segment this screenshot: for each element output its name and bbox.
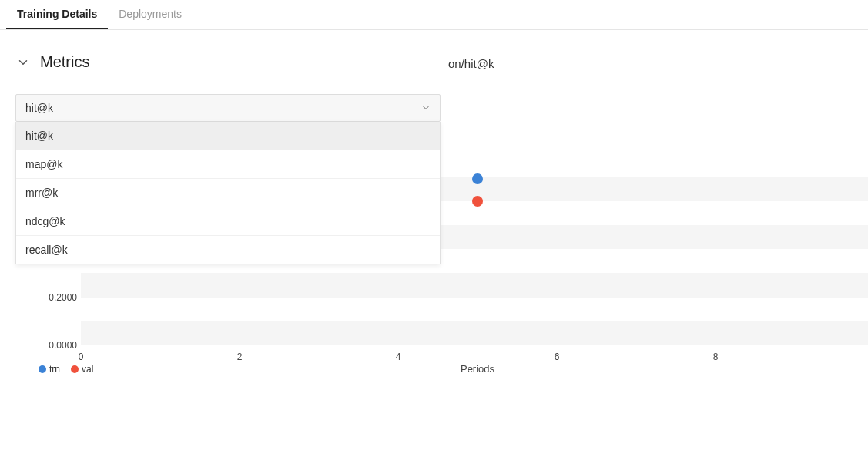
y-tick: 0.2000 xyxy=(42,292,77,303)
x-tick: 8 xyxy=(713,352,719,362)
legend-swatch xyxy=(39,365,46,373)
legend-label: trn xyxy=(49,364,60,375)
data-point[interactable] xyxy=(472,196,483,207)
metric-select-value: hit@k xyxy=(25,102,53,114)
x-tick: 4 xyxy=(396,352,401,362)
metrics-section: Metrics hit@k hit@k map@k mrr@k ndcg@k r… xyxy=(0,30,868,376)
metric-option[interactable]: map@k xyxy=(16,150,440,179)
metric-option[interactable]: mrr@k xyxy=(16,179,440,207)
chart-legend: trn val xyxy=(39,364,93,375)
metric-option[interactable]: recall@k xyxy=(16,236,440,264)
legend-swatch xyxy=(71,365,79,373)
metric-select[interactable]: hit@k xyxy=(15,94,441,122)
chevron-down-icon xyxy=(15,55,31,70)
x-tick: 0 xyxy=(79,352,84,362)
legend-item-val: val xyxy=(71,364,93,375)
metric-option[interactable]: hit@k xyxy=(16,122,440,150)
legend-item-trn: trn xyxy=(39,364,60,375)
data-point[interactable] xyxy=(472,173,483,184)
x-tick: 2 xyxy=(237,352,243,362)
metric-option[interactable]: ndcg@k xyxy=(16,207,440,236)
legend-label: val xyxy=(82,364,93,375)
x-tick: 6 xyxy=(555,352,560,362)
tabs-bar: Training Details Deployments xyxy=(0,0,868,30)
tab-deployments[interactable]: Deployments xyxy=(108,0,193,29)
section-header[interactable]: Metrics xyxy=(15,53,853,71)
section-title: Metrics xyxy=(40,53,89,71)
y-tick: 0.0000 xyxy=(42,340,77,351)
x-axis-label: Periods xyxy=(461,363,494,375)
metric-dropdown: hit@k map@k mrr@k ndcg@k recall@k xyxy=(15,122,441,264)
caret-down-icon xyxy=(421,103,431,113)
tab-training-details[interactable]: Training Details xyxy=(6,0,108,29)
metric-select-wrapper: hit@k hit@k map@k mrr@k ndcg@k recall@k xyxy=(15,94,441,122)
